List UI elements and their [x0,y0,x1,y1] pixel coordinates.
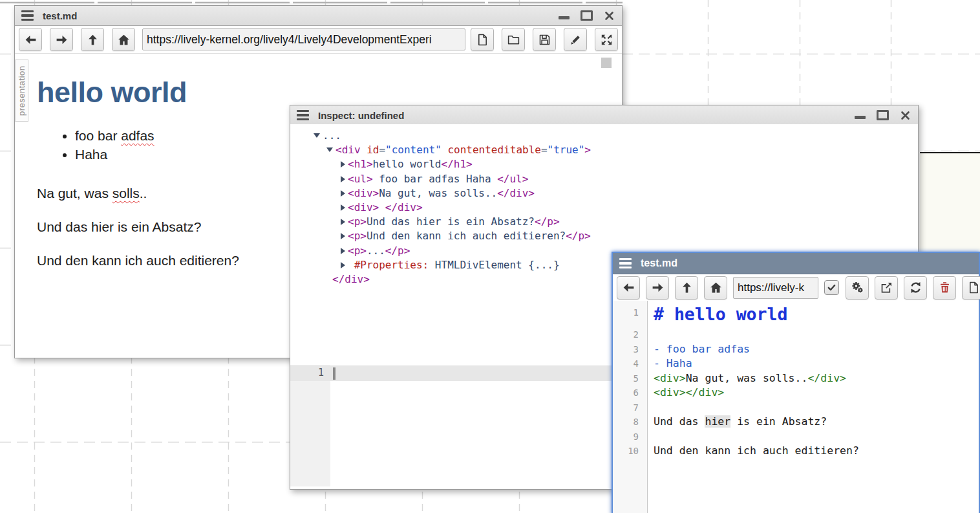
maximize-button[interactable] [876,109,889,122]
window-title: test.md [641,257,677,269]
expand-triangle-icon[interactable] [341,204,345,211]
window-menu-icon[interactable] [619,258,632,268]
minimize-button[interactable] [557,9,570,22]
dom-tree-node[interactable]: ... [290,129,918,143]
code-text: Und das hier is ein Absatz? [643,415,827,430]
window-menu-icon[interactable] [21,10,34,21]
new-file-button[interactable] [962,276,980,300]
code-line[interactable]: 3- foo bar adfas [613,342,979,357]
home-button[interactable] [112,28,135,51]
code-text: Und den kann ich auch editieren? [643,444,859,459]
line-number: 6 [613,386,643,400]
code-line[interactable]: 9 [613,430,979,444]
expand-triangle-icon[interactable] [341,219,345,225]
expand-triangle-icon[interactable] [341,161,345,168]
code-line[interactable]: 7 [613,400,979,415]
token-txt: hello world [373,158,442,170]
settings-button[interactable] [846,276,869,300]
fullscreen-button[interactable] [595,28,618,51]
code-text: <div>Na gut, was solls..</div> [643,371,846,386]
home-icon [117,33,131,47]
source-code-editor[interactable]: 1# hello world23- foo bar adfas4- Haha5<… [613,301,979,513]
code-text: - foo bar adfas [643,342,750,357]
maximize-button[interactable] [580,9,593,22]
expand-triangle-icon[interactable] [341,233,345,239]
token-pln: Na gut, was solls.. [686,372,808,384]
new-file-button[interactable] [471,28,494,51]
code-text [643,327,654,342]
window-title: Inspect: undefined [318,110,404,121]
back-icon [24,33,37,47]
titlebar[interactable]: Inspect: undefined [290,105,918,126]
code-line[interactable]: 2 [613,327,979,342]
expand-triangle-icon[interactable] [341,190,345,197]
expand-triangle-icon[interactable] [341,248,345,254]
token-tag: </div> [332,273,370,285]
code-line[interactable]: 8Und das hier is ein Absatz? [613,415,979,430]
titlebar[interactable]: test.md [15,6,622,26]
code-text [643,400,654,415]
code-line[interactable]: 10Und den kann ich auch editieren? [613,444,979,459]
window-title: test.md [43,10,77,21]
reload-button[interactable] [904,276,927,300]
edit-icon [569,33,582,47]
up-icon [86,33,100,47]
token-mdl: - foo bar adfas [654,343,750,355]
token-tag: > [584,144,591,156]
token-pun: = [541,144,548,156]
token-txt: ... [323,129,341,142]
token-txt [348,259,354,271]
code-line[interactable]: 5<div>Na gut, was solls..</div> [613,371,979,386]
token-tag: <p> [348,215,367,228]
up-button[interactable] [81,28,104,51]
forward-icon [55,33,69,47]
delete-button[interactable] [933,276,956,300]
close-button[interactable] [602,9,615,22]
auto-update-checkbox[interactable] [824,280,839,295]
token-attr: contenteditable [447,144,541,156]
up-button[interactable] [675,276,698,300]
window-menu-icon[interactable] [297,110,309,120]
close-button[interactable] [899,109,911,122]
edit-button[interactable] [564,28,587,51]
expand-triangle-icon[interactable] [341,176,345,182]
dom-tree-node[interactable]: <div>Na gut, was solls..</div> [290,186,918,201]
dom-tree-node[interactable]: <h1>hello world</h1> [290,157,918,171]
url-input[interactable] [733,277,818,299]
minimize-button[interactable] [853,109,866,122]
presentation-tab[interactable]: presentation [15,60,28,122]
url-input[interactable] [142,28,465,50]
dom-tree-node[interactable]: <p>Und das hier is ein Absatz?</p> [290,215,918,229]
expand-triangle-icon[interactable] [341,262,345,268]
collapse-triangle-icon[interactable] [326,147,333,152]
save-button[interactable] [533,28,556,51]
back-button[interactable] [19,28,42,51]
text-segment: Und den kann ich auch editieren? [37,253,239,268]
home-icon [709,281,723,294]
open-external-button[interactable] [875,276,898,300]
forward-button[interactable] [50,28,73,51]
settings-icon [851,281,864,294]
misspelled-word: adfas [121,128,154,143]
token-tag2: </div> [807,372,846,384]
code-line[interactable]: 1# hello world [613,301,979,327]
dom-tree-node[interactable]: <p>Und den kann ich auch editieren?</p> [290,229,918,243]
forward-button[interactable] [646,276,669,300]
line-number: 4 [613,356,643,371]
dom-tree-node[interactable]: <div> </div> [290,201,918,215]
code-text: # hello world [643,301,787,327]
dom-tree-node[interactable]: <div id="content" contenteditable="true"… [290,143,918,157]
token-tag: <h1> [348,158,373,170]
text-cursor [333,367,336,380]
code-line[interactable]: 6<div></div> [613,386,979,400]
collapse-triangle-icon[interactable] [314,133,320,138]
code-line[interactable]: 4- Haha [613,356,979,371]
editor-gutter [290,366,330,486]
token-pun: = [379,144,385,156]
titlebar[interactable]: test.md [613,253,979,274]
dom-tree-node[interactable]: <ul> foo bar adfas Haha </ul> [290,172,918,186]
scrollbar-thumb[interactable] [601,58,612,68]
back-button[interactable] [617,276,640,300]
open-folder-button[interactable] [502,28,525,51]
home-button[interactable] [704,276,727,300]
